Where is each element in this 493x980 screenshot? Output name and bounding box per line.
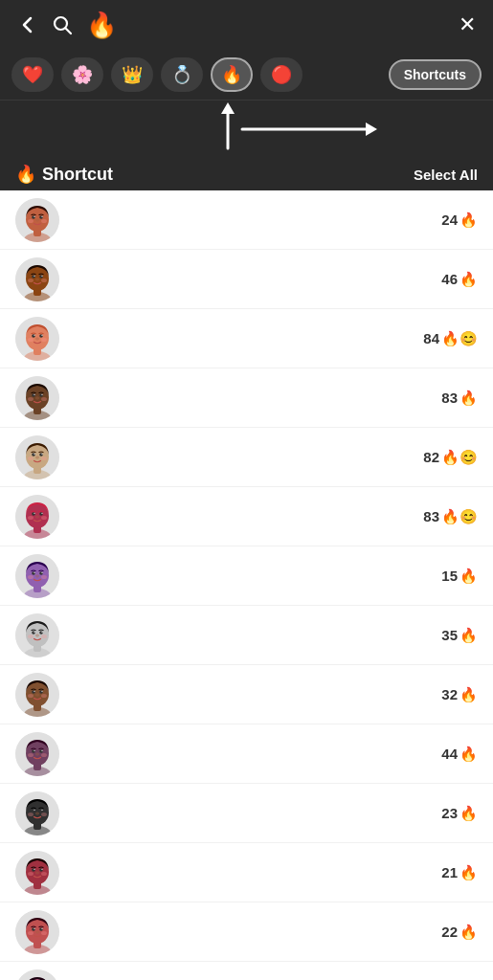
list-item[interactable]: 24🔥 (0, 190, 493, 250)
list-item[interactable]: 46🔥 (0, 250, 493, 309)
svg-point-119 (32, 809, 35, 813)
filter-ring[interactable]: 💍 (161, 57, 203, 92)
list-item[interactable]: 23🔥 (0, 784, 493, 843)
close-button[interactable]: ✕ (459, 12, 476, 37)
svg-point-31 (32, 334, 35, 338)
avatar (15, 376, 59, 420)
svg-point-111 (41, 749, 42, 750)
svg-point-97 (32, 690, 35, 694)
svg-point-55 (34, 453, 34, 454)
streak-count: 83 (423, 508, 439, 524)
annotation-wrapper: 🔥 Shortcut Select All (0, 100, 493, 190)
svg-point-90 (36, 635, 39, 636)
svg-point-136 (41, 872, 47, 876)
list-item[interactable]: 44🔥 (0, 724, 493, 784)
svg-point-37 (41, 338, 47, 342)
svg-point-53 (32, 453, 35, 457)
filter-flower[interactable]: 🌸 (61, 57, 103, 92)
svg-point-68 (36, 516, 39, 518)
list-item[interactable]: 82🔥😊 (0, 428, 493, 487)
svg-point-56 (41, 453, 42, 454)
streak-count: 15 (441, 568, 458, 584)
svg-point-108 (32, 749, 35, 753)
svg-point-46 (36, 397, 39, 399)
shortcuts-button[interactable]: Shortcuts (389, 59, 482, 90)
svg-point-79 (36, 575, 39, 577)
svg-point-23 (41, 275, 42, 276)
streak-count: 21 (441, 864, 458, 880)
avatar (15, 910, 59, 954)
svg-point-78 (41, 571, 42, 572)
streak-count: 32 (441, 686, 458, 702)
top-bar: 🔥 ✕ (0, 0, 493, 50)
svg-marker-3 (221, 102, 235, 114)
list-item[interactable]: 22🔥 (0, 902, 493, 962)
streak-info: 83🔥 (441, 390, 478, 407)
filter-heart[interactable]: ❤️ (11, 57, 54, 92)
list-item[interactable]: 83🔥😊 (0, 487, 493, 546)
avatar (15, 495, 59, 539)
avatar (15, 851, 59, 895)
svg-point-142 (39, 927, 43, 931)
svg-point-87 (39, 631, 43, 635)
contact-list: 24🔥 (0, 190, 493, 980)
select-all-button[interactable]: Select All (414, 167, 478, 183)
list-item[interactable]: 15🔥 (0, 546, 493, 606)
filter-more[interactable]: 🔴 (260, 57, 303, 92)
svg-point-134 (36, 872, 39, 874)
streak-count: 84 (423, 330, 439, 346)
streak-count: 22 (441, 924, 458, 940)
svg-point-89 (41, 631, 42, 632)
svg-point-102 (28, 694, 34, 698)
svg-point-101 (36, 694, 39, 696)
svg-point-123 (36, 813, 39, 814)
svg-point-133 (41, 868, 42, 869)
svg-point-11 (34, 215, 34, 216)
avatar (15, 257, 59, 301)
list-item[interactable]: 84🔥😊 (0, 309, 493, 368)
list-item[interactable]: 24🔥 (0, 962, 493, 980)
svg-point-9 (32, 215, 35, 219)
svg-point-14 (28, 219, 34, 223)
streak-count: 46 (441, 271, 458, 287)
avatar (15, 198, 59, 242)
svg-point-58 (28, 457, 34, 460)
svg-point-98 (39, 690, 43, 694)
svg-point-32 (39, 334, 43, 338)
back-button[interactable] (17, 14, 38, 35)
list-item[interactable]: 21🔥 (0, 843, 493, 902)
svg-point-13 (36, 219, 39, 221)
svg-point-69 (28, 516, 34, 520)
svg-point-26 (41, 278, 47, 282)
avatar (15, 554, 59, 598)
svg-point-135 (28, 872, 34, 876)
streak-info: 22🔥 (441, 924, 478, 941)
svg-point-64 (32, 512, 35, 516)
svg-point-34 (41, 334, 42, 335)
svg-point-42 (32, 393, 35, 397)
svg-point-20 (32, 275, 35, 278)
streak-count: 23 (441, 805, 458, 821)
filter-fire[interactable]: 🔥 (211, 57, 253, 92)
avatar (15, 613, 59, 657)
svg-point-57 (36, 457, 39, 458)
list-item[interactable]: 32🔥 (0, 665, 493, 724)
svg-point-36 (28, 338, 34, 342)
svg-point-147 (41, 931, 47, 935)
shortcut-fire-icon: 🔥 (15, 164, 36, 185)
svg-point-15 (41, 219, 47, 223)
svg-point-145 (36, 931, 39, 933)
svg-point-114 (41, 753, 47, 757)
shortcut-title-text: Shortcut (42, 165, 113, 185)
svg-point-21 (39, 275, 43, 278)
svg-point-112 (36, 753, 39, 755)
streak-count: 83 (441, 390, 458, 406)
svg-point-76 (39, 571, 43, 575)
list-item[interactable]: 35🔥 (0, 606, 493, 665)
search-button[interactable] (52, 14, 73, 35)
svg-point-44 (34, 393, 34, 394)
svg-point-65 (39, 512, 43, 516)
streak-info: 83🔥😊 (423, 508, 478, 525)
list-item[interactable]: 83🔥 (0, 368, 493, 428)
filter-crown[interactable]: 👑 (111, 57, 153, 92)
